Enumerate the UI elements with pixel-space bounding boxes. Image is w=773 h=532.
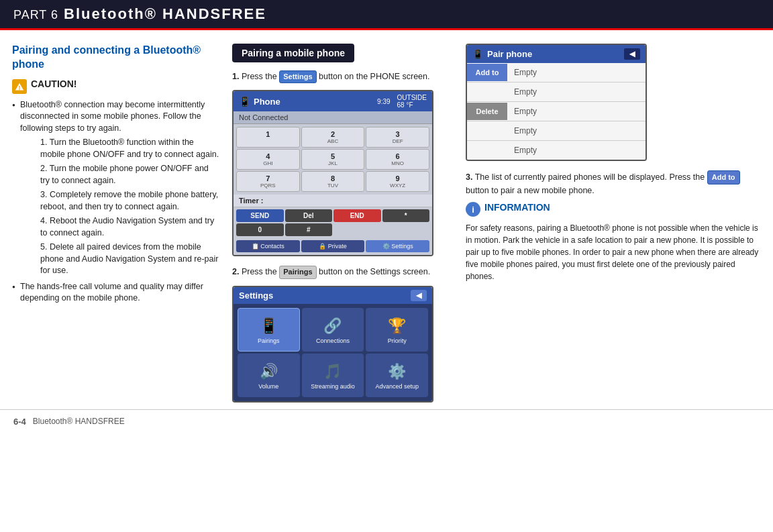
list-item: 5. Delete all paired devices from the mo… xyxy=(30,242,220,277)
numpad-4[interactable]: 4GHI xyxy=(236,149,300,170)
caution-label: CAUTION! xyxy=(31,78,76,89)
list-item: 4. Reboot the Audio Navigation System an… xyxy=(30,215,220,239)
list-item: The hands-free call volume and quality m… xyxy=(12,281,220,305)
numpad-2[interactable]: 2ABC xyxy=(301,127,365,148)
settings-connections[interactable]: 🔗 Connections xyxy=(302,308,364,352)
pair-phone-icon: 📱 xyxy=(472,49,483,59)
phone-screen-header: 📱 Phone 9:39 OUTSIDE68 °F xyxy=(234,91,432,111)
information-box: i INFORMATION xyxy=(466,202,761,217)
connections-label: Connections xyxy=(316,337,350,345)
zero-btn[interactable]: 0 xyxy=(236,223,284,236)
volume-icon: 🔊 xyxy=(260,363,278,380)
pair-phone-row-5: Empty xyxy=(467,141,646,160)
pair-phone-title: Pair phone xyxy=(487,49,532,59)
settings-volume[interactable]: 🔊 Volume xyxy=(238,354,300,397)
pairings-label: Pairings xyxy=(258,337,280,345)
step2-text: 2. Press the Pairings button on the Sett… xyxy=(232,266,454,278)
phone-not-connected: Not Connected xyxy=(234,111,432,124)
settings-title: Settings xyxy=(239,290,273,301)
phone-numpad: 1 2ABC 3DEF 4GHI 5JKL 6MNO 7PQRS 8TUV 9W… xyxy=(234,124,432,195)
page-title: Bluetooth® HANDSFREE xyxy=(64,5,266,23)
phone-outside: OUTSIDE68 °F xyxy=(397,94,427,109)
add-to-button[interactable]: Add to xyxy=(467,64,507,81)
private-btn[interactable]: 🔒 Private xyxy=(301,240,365,252)
page-footer: 6-4 Bluetooth® HANDSFREE xyxy=(0,409,773,433)
pair-empty-2: Empty xyxy=(467,83,646,101)
pair-empty-4: Empty xyxy=(467,121,646,140)
send-btn[interactable]: SEND xyxy=(236,209,284,222)
pair-empty-1: Empty xyxy=(507,63,646,82)
streaming-label: Streaming audio xyxy=(311,383,355,390)
list-item: 2. Turn the mobile phone power ON/OFF an… xyxy=(30,163,220,187)
pair-phone-back-button[interactable]: ◀ xyxy=(624,48,640,60)
caution-bullet-list: Bluetooth® connection may become intermi… xyxy=(12,99,220,305)
phone-info: 9:39 OUTSIDE68 °F xyxy=(377,94,427,109)
phone-timer-row: Timer : xyxy=(234,195,432,207)
caution-box: ! CAUTION! xyxy=(12,78,220,94)
volume-label: Volume xyxy=(258,383,278,390)
advanced-label: Advanced setup xyxy=(375,383,419,390)
delete-button[interactable]: Delete xyxy=(467,103,507,120)
phone-bottom-row: 📋 Contacts 🔒 Private ⚙️ Settings xyxy=(234,238,432,255)
hash-btn[interactable]: # xyxy=(285,223,333,236)
del-btn[interactable]: Del xyxy=(285,209,333,222)
priority-icon: 🏆 xyxy=(388,317,406,335)
connections-icon: 🔗 xyxy=(323,317,342,335)
settings-screen-mockup: Settings ◀ 📱 Pairings 🔗 Connections 🏆 Pr… xyxy=(232,286,433,403)
section-heading: Pairing and connecting a Bluetooth® phon… xyxy=(12,44,220,72)
settings-btn[interactable]: ⚙️ Settings xyxy=(366,240,429,252)
settings-back-button[interactable]: ◀ xyxy=(411,290,427,301)
numpad-5[interactable]: 5JKL xyxy=(301,149,365,170)
part-label: PART 6 xyxy=(13,8,58,22)
addto-inline-button: Add to xyxy=(707,170,740,184)
list-item: 1. Turn the Bluetooth® function within t… xyxy=(30,137,220,160)
caution-icon: ! xyxy=(12,79,27,94)
svg-text:!: ! xyxy=(19,85,21,91)
list-item: Bluetooth® connection may become intermi… xyxy=(12,99,220,277)
info-label: INFORMATION xyxy=(484,202,550,213)
right-column: 📱 Pair phone ◀ Add to Empty Empty Delete… xyxy=(466,44,761,403)
pair-phone-row-3: Delete Empty xyxy=(467,102,646,121)
settings-inline-button: Settings xyxy=(279,70,316,83)
info-text-paragraph: For safety reasons, pairing a Bluetooth®… xyxy=(466,222,761,282)
numpad-8[interactable]: 8TUV xyxy=(301,171,365,192)
phone-time: 9:39 xyxy=(377,98,390,105)
numpad-3[interactable]: 3DEF xyxy=(366,127,429,148)
pair-phone-header: 📱 Pair phone ◀ xyxy=(467,45,646,63)
pairings-icon: 📱 xyxy=(260,317,278,335)
phone-timer-label: Timer : xyxy=(239,197,263,205)
pair-phone-row-1: Add to Empty xyxy=(467,63,646,83)
box-heading: Pairing a mobile phone xyxy=(232,44,354,62)
footer-page-num: 6-4 xyxy=(13,417,26,427)
info-icon: i xyxy=(466,202,480,217)
numpad-7[interactable]: 7PQRS xyxy=(236,171,300,192)
pairings-inline-button: Pairings xyxy=(279,266,316,278)
advanced-icon: ⚙️ xyxy=(388,363,406,380)
pair-phone-ui: 📱 Pair phone ◀ Add to Empty Empty Delete… xyxy=(466,44,647,161)
settings-streaming[interactable]: 🎵 Streaming audio xyxy=(302,354,364,397)
settings-advanced[interactable]: ⚙️ Advanced setup xyxy=(366,354,428,397)
pair-empty-3: Empty xyxy=(507,102,646,121)
contacts-btn[interactable]: 📋 Contacts xyxy=(236,240,300,252)
step3-text: 3. The list of currently paired phones w… xyxy=(466,170,761,197)
end-btn[interactable]: END xyxy=(333,209,381,222)
settings-pairings[interactable]: 📱 Pairings xyxy=(238,308,300,352)
numpad-1[interactable]: 1 xyxy=(236,127,300,148)
phone-title: Phone xyxy=(254,97,280,107)
numpad-9[interactable]: 9WXYZ xyxy=(366,171,429,192)
step1-text: 1. Press the Settings button on the PHON… xyxy=(232,70,454,83)
priority-label: Priority xyxy=(388,337,407,345)
main-content: Pairing and connecting a Bluetooth® phon… xyxy=(0,30,773,409)
phone-action-row: SEND Del END * 0 # xyxy=(234,207,432,238)
list-item: 3. Completely remove the mobile phone ba… xyxy=(30,189,220,213)
page-header: PART 6 Bluetooth® HANDSFREE xyxy=(0,0,773,30)
left-column: Pairing and connecting a Bluetooth® phon… xyxy=(12,44,220,403)
middle-column: Pairing a mobile phone 1. Press the Sett… xyxy=(232,44,454,403)
pair-phone-row-2: Empty xyxy=(467,83,646,102)
settings-grid: 📱 Pairings 🔗 Connections 🏆 Priority 🔊 Vo… xyxy=(234,304,432,401)
star-btn[interactable]: * xyxy=(382,209,430,222)
streaming-icon: 🎵 xyxy=(323,363,342,380)
settings-screen-header: Settings ◀ xyxy=(234,287,432,304)
settings-priority[interactable]: 🏆 Priority xyxy=(366,308,428,352)
numpad-6[interactable]: 6MNO xyxy=(366,149,429,170)
